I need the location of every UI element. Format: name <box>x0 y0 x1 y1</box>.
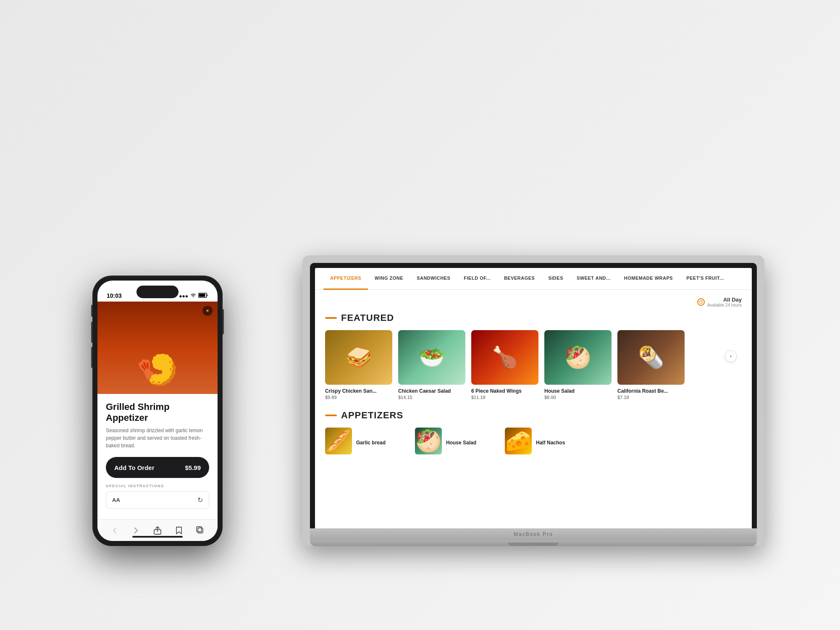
phone-dynamic-island <box>136 286 178 298</box>
laptop-content: All Day Available 24 hours FEATURED Cris… <box>315 290 752 528</box>
nav-item-sweet[interactable]: SWEET AND... <box>570 268 617 290</box>
phone-item-name: Grilled Shrimp Appetizer <box>106 402 209 423</box>
add-to-order-button[interactable]: Add To Order $5.99 <box>106 457 209 478</box>
nav-item-field[interactable]: FIELD OF... <box>457 268 497 290</box>
food-card-name-salad: House Salad <box>544 388 612 394</box>
phone-status-icons: ●●● <box>179 293 208 299</box>
appetizer-card-salad[interactable]: House Salad <box>415 428 499 458</box>
appetizer-img-bread <box>325 428 352 454</box>
laptop-body: APPETIZERS WING ZONE SANDWICHES FIELD OF… <box>302 255 764 546</box>
nav-item-sides[interactable]: SIDES <box>541 268 570 290</box>
featured-section: FEATURED Crispy Chicken San... $9.89 Chi <box>325 312 742 400</box>
svg-rect-4 <box>207 294 207 296</box>
svg-line-2 <box>701 302 702 302</box>
close-button[interactable]: × <box>202 306 213 316</box>
phone-item-description: Seasoned shrimp drizzled with garlic lem… <box>106 427 209 449</box>
appetizers-section-title: APPETIZERS <box>325 410 742 421</box>
laptop-nav: APPETIZERS WING ZONE SANDWICHES FIELD OF… <box>315 268 752 290</box>
all-day-badge: All Day Available 24 hours <box>325 297 742 307</box>
appetizer-img-salad <box>415 428 442 454</box>
phone: 10:03 ●●● <box>92 276 223 546</box>
food-card-name-crispy: Crispy Chicken San... <box>325 388 392 394</box>
food-card-img-roast <box>617 330 685 385</box>
back-button[interactable] <box>106 522 123 539</box>
appetizer-name-salad: House Salad <box>446 440 476 446</box>
food-card-price-wings: $11.18 <box>471 395 538 400</box>
food-card-name-wings: 6 Piece Naked Wings <box>471 388 538 394</box>
nav-item-beverages[interactable]: BEVERAGES <box>497 268 542 290</box>
laptop-screen: APPETIZERS WING ZONE SANDWICHES FIELD OF… <box>315 268 752 528</box>
food-card-caesar[interactable]: Chicken Caesar Salad $14.15 <box>398 330 465 400</box>
font-size-control[interactable]: AA <box>112 497 120 503</box>
nav-item-appetizers[interactable]: APPETIZERS <box>323 268 368 290</box>
refresh-icon[interactable]: ↻ <box>197 496 203 504</box>
food-card-img-caesar <box>398 330 465 385</box>
scene: APPETIZERS WING ZONE SANDWICHES FIELD OF… <box>42 42 798 588</box>
signal-icon: ●●● <box>179 293 188 299</box>
add-to-order-price: $5.99 <box>185 464 201 471</box>
food-card-wings[interactable]: 6 Piece Naked Wings $11.18 <box>471 330 538 400</box>
food-card-crispy[interactable]: Crispy Chicken San... $9.89 <box>325 330 392 400</box>
special-instructions-bar[interactable]: AA ↻ <box>106 491 209 509</box>
tabs-button[interactable] <box>192 522 209 539</box>
food-card-salad[interactable]: House Salad $8.00 <box>544 330 612 400</box>
phone-volume-up-button <box>91 322 92 343</box>
featured-next-arrow[interactable]: › <box>725 350 737 362</box>
appetizer-card-bread[interactable]: Garlic bread <box>325 428 409 458</box>
appetizer-img-nachos <box>505 428 532 454</box>
phone-time: 10:03 <box>107 292 122 299</box>
laptop-screen-bezel: APPETIZERS WING ZONE SANDWICHES FIELD OF… <box>310 263 757 528</box>
appetizer-card-nachos[interactable]: Half Nachos <box>505 428 589 458</box>
battery-icon <box>198 293 208 299</box>
food-card-price-crispy: $9.89 <box>325 395 392 400</box>
all-day-subtitle: Available 24 hours <box>707 303 742 307</box>
svg-rect-5 <box>199 294 205 297</box>
food-card-roast[interactable]: California Roast Be... $7.18 <box>617 330 685 400</box>
add-to-order-label: Add To Order <box>114 464 155 471</box>
food-card-price-salad: $8.00 <box>544 395 612 400</box>
laptop: APPETIZERS WING ZONE SANDWICHES FIELD OF… <box>302 255 764 546</box>
nav-item-homemade[interactable]: HOMEMADE WRAPS <box>617 268 680 290</box>
phone-power-button <box>223 309 224 334</box>
food-card-img-crispy <box>325 330 392 385</box>
phone-silent-button <box>91 305 92 317</box>
featured-cards-row: Crispy Chicken San... $9.89 Chicken Caes… <box>325 330 742 400</box>
food-card-name-roast: California Roast Be... <box>617 388 685 394</box>
food-card-name-caesar: Chicken Caesar Salad <box>398 388 465 394</box>
laptop-hinge <box>310 540 757 546</box>
food-card-price-roast: $7.18 <box>617 395 685 400</box>
nav-item-peets[interactable]: PEET'S FRUIT... <box>680 268 731 290</box>
wifi-icon <box>190 293 197 299</box>
svg-rect-7 <box>198 528 203 533</box>
phone-inner: 10:03 ●●● <box>97 281 218 541</box>
phone-outer: 10:03 ●●● <box>92 276 223 546</box>
appetizer-name-nachos: Half Nachos <box>536 440 565 446</box>
home-indicator <box>132 536 183 538</box>
food-card-price-caesar: $14.15 <box>398 395 465 400</box>
all-day-text: All Day Available 24 hours <box>707 297 742 307</box>
nav-item-wingzone[interactable]: WING ZONE <box>368 268 410 290</box>
appetizers-section: APPETIZERS Garlic bread House Salad <box>325 410 742 458</box>
nav-item-sandwiches[interactable]: SANDWICHES <box>410 268 457 290</box>
food-card-img-wings <box>471 330 538 385</box>
featured-section-title: FEATURED <box>325 312 742 323</box>
phone-volume-down-button <box>91 347 92 368</box>
clock-icon <box>697 298 705 306</box>
food-card-img-salad <box>544 330 612 385</box>
all-day-title: All Day <box>707 297 742 303</box>
laptop-base: MacBook Pro <box>310 528 757 540</box>
svg-rect-8 <box>197 527 202 532</box>
phone-hero-image: × <box>97 302 218 394</box>
appetizer-name-bread: Garlic bread <box>356 440 386 446</box>
special-instructions-label: SPECIAL INSTRUCTIONS <box>106 484 209 488</box>
appetizers-row: Garlic bread House Salad Half Nachos <box>325 428 742 458</box>
phone-bottom-bar <box>97 519 218 541</box>
macbook-label: MacBook Pro <box>514 531 553 537</box>
